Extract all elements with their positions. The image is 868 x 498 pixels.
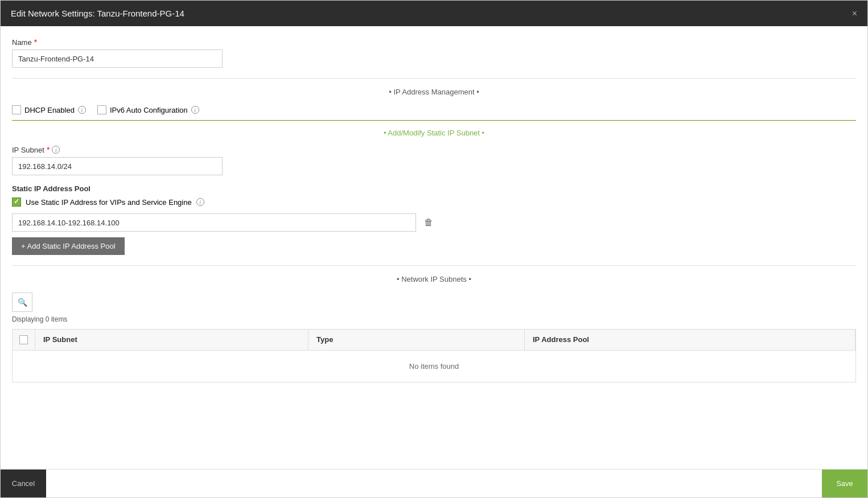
network-divider bbox=[12, 265, 856, 266]
static-subnet-title: • Add/Modify Static IP Subnet • bbox=[12, 129, 856, 137]
select-all-checkbox[interactable] bbox=[19, 335, 28, 344]
edit-network-modal: Edit Network Settings: Tanzu-Frontend-PG… bbox=[0, 0, 868, 498]
olive-divider bbox=[12, 120, 856, 121]
network-subnets-title: • Network IP Subnets • bbox=[12, 271, 856, 287]
delete-pool-button[interactable]: 🗑 bbox=[422, 215, 435, 230]
pool-row: 🗑 bbox=[12, 213, 856, 232]
ipv6-item: IPv6 Auto Configuration i bbox=[97, 105, 199, 114]
subnets-table: IP Subnet Type IP Address Pool No items … bbox=[12, 329, 856, 382]
ip-subnet-help-icon[interactable]: i bbox=[52, 146, 60, 154]
trash-icon: 🗑 bbox=[424, 217, 433, 228]
name-label: Name * bbox=[12, 38, 856, 47]
dhcp-row: DHCP Enabled i IPv6 Auto Configuration i bbox=[12, 105, 856, 114]
ip-subnet-input[interactable] bbox=[12, 157, 223, 175]
th-checkbox bbox=[13, 330, 35, 350]
modal-body: Name * • IP Address Management • DHCP En… bbox=[1, 26, 867, 469]
search-button[interactable]: 🔍 bbox=[12, 293, 32, 312]
use-static-checkbox[interactable] bbox=[12, 197, 21, 207]
add-pool-button[interactable]: + Add Static IP Address Pool bbox=[12, 237, 125, 255]
dhcp-help-icon[interactable]: i bbox=[78, 106, 86, 114]
modal-footer: Cancel Save bbox=[1, 469, 867, 497]
pool-input[interactable] bbox=[12, 213, 416, 232]
dhcp-item: DHCP Enabled i bbox=[12, 105, 86, 114]
ip-subnet-label-row: IP Subnet * i bbox=[12, 145, 856, 154]
th-type: Type bbox=[308, 330, 525, 350]
ip-management-title: • IP Address Management • bbox=[12, 84, 856, 100]
th-ip-address-pool: IP Address Pool bbox=[525, 330, 855, 350]
ipv6-help-icon[interactable]: i bbox=[191, 106, 199, 114]
modal-title: Edit Network Settings: Tanzu-Frontend-PG… bbox=[11, 9, 184, 18]
name-input[interactable] bbox=[12, 50, 223, 68]
dhcp-checkbox[interactable] bbox=[12, 105, 21, 114]
pool-section-label: Static IP Address Pool bbox=[12, 184, 856, 193]
th-ip-subnet: IP Subnet bbox=[35, 330, 308, 350]
ipv6-label: IPv6 Auto Configuration bbox=[110, 106, 188, 114]
add-pool-label: + Add Static IP Address Pool bbox=[21, 242, 116, 250]
save-button[interactable]: Save bbox=[822, 470, 867, 497]
use-static-row: Use Static IP Address for VIPs and Servi… bbox=[12, 197, 856, 207]
ip-subnet-required: * bbox=[47, 145, 50, 154]
use-static-help-icon[interactable]: i bbox=[196, 198, 204, 206]
section-divider-1 bbox=[12, 78, 856, 79]
displaying-count: Displaying 0 items bbox=[12, 315, 856, 323]
ipv6-checkbox[interactable] bbox=[97, 105, 106, 114]
close-button[interactable]: × bbox=[852, 9, 857, 18]
network-subnets-section: • Network IP Subnets • 🔍 Displaying 0 it… bbox=[12, 265, 856, 382]
cancel-button[interactable]: Cancel bbox=[1, 470, 46, 497]
table-header: IP Subnet Type IP Address Pool bbox=[13, 330, 855, 351]
required-indicator: * bbox=[34, 38, 37, 47]
dhcp-label: DHCP Enabled bbox=[24, 106, 75, 114]
no-items-row: No items found bbox=[13, 351, 855, 382]
use-static-label: Use Static IP Address for VIPs and Servi… bbox=[26, 198, 192, 207]
search-icon: 🔍 bbox=[18, 298, 27, 307]
modal-header: Edit Network Settings: Tanzu-Frontend-PG… bbox=[1, 1, 867, 26]
